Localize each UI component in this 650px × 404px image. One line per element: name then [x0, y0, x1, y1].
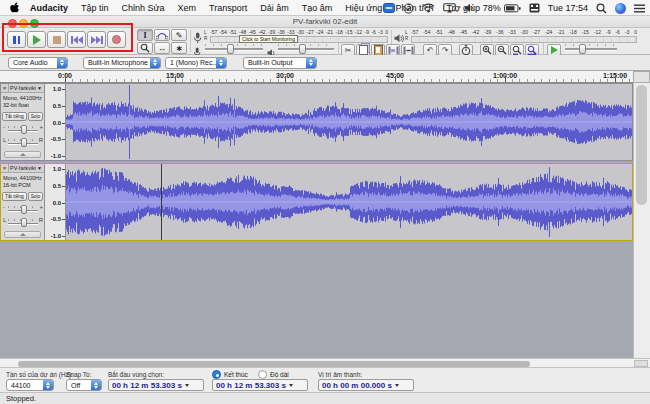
- wifi-icon[interactable]: [422, 3, 435, 13]
- apple-icon[interactable]: [9, 2, 20, 14]
- vertical-scrollbar-thumb[interactable]: [636, 85, 647, 205]
- track2-waveform-area[interactable]: [66, 164, 632, 240]
- selection-end-value: 00 h 12 m 53.303 s: [216, 381, 286, 390]
- meter-tick: -18: [336, 30, 343, 35]
- track1-pan-slider[interactable]: L R: [3, 137, 43, 148]
- vertical-scrollbar[interactable]: [633, 83, 650, 358]
- pan-left-label: L: [3, 137, 6, 143]
- draw-tool-button[interactable]: ✎: [171, 29, 187, 41]
- snap-to-select[interactable]: Off: [66, 379, 102, 391]
- stop-button[interactable]: [47, 31, 66, 48]
- selection-length-radio[interactable]: Độ dài: [258, 370, 289, 379]
- meter-tick: -54: [220, 30, 227, 35]
- recording-meter[interactable]: LR -57-54-51-48-45-42-39-36-33-30-27-24-…: [193, 30, 389, 43]
- menu-item-7[interactable]: Tạo âm: [302, 3, 333, 13]
- playback-volume-slider[interactable]: [278, 43, 334, 54]
- field-dropdown-icon[interactable]: [395, 384, 399, 387]
- menu-item-3[interactable]: Chỉnh Sửa: [122, 3, 165, 13]
- track1-menu-button[interactable]: ▼: [37, 85, 44, 91]
- battery-percent: 78%: [483, 3, 501, 13]
- selection-tool-button[interactable]: I: [137, 29, 153, 41]
- track1-control-panel[interactable]: × PV-farkviki 0 ▼ Mono, 44100Hz 32-bit f…: [1, 84, 45, 160]
- track2-close-button[interactable]: ×: [1, 164, 9, 172]
- recording-volume-slider[interactable]: [205, 43, 263, 54]
- stopwatch-icon: [461, 45, 471, 56]
- menu-item-5[interactable]: Transport: [209, 3, 247, 13]
- selection-start-field[interactable]: 00 h 12 m 53.303 s: [108, 379, 204, 391]
- track-row-1[interactable]: × PV-farkviki 0 ▼ Mono, 44100Hz 32-bit f…: [0, 83, 633, 161]
- track1-title[interactable]: PV-farkviki 0: [9, 85, 37, 91]
- skip-to-end-button[interactable]: [87, 31, 106, 48]
- track2-pan-slider[interactable]: L R: [3, 217, 43, 228]
- play-button[interactable]: [27, 31, 46, 48]
- track1-collapse-button[interactable]: [4, 151, 41, 158]
- track2-waveform[interactable]: [66, 164, 632, 240]
- selection-end-field[interactable]: 00 h 12 m 53.303 s: [212, 379, 308, 391]
- multi-tool-button[interactable]: ∗: [171, 42, 187, 54]
- track1-mute-button[interactable]: Tắt tiếng: [2, 112, 27, 121]
- track1-waveform[interactable]: [66, 84, 632, 160]
- audio-host-select[interactable]: Core Audio: [8, 57, 68, 69]
- skip-to-start-button[interactable]: [67, 31, 86, 48]
- menu-item-8[interactable]: Hiệu ứng: [345, 3, 382, 13]
- track1-header[interactable]: × PV-farkviki 0 ▼: [1, 84, 44, 93]
- copy-icon: [359, 45, 368, 55]
- menu-item-4[interactable]: Xem: [178, 3, 197, 13]
- timeline-ruler[interactable]: 0:0015:0030:0045:001:00:001:15:00: [0, 71, 633, 83]
- track2-header[interactable]: × PV-farkviki 0 ▼: [1, 164, 44, 173]
- playback-device-select[interactable]: Built-in Output: [243, 57, 317, 69]
- ibeam-icon: I: [143, 31, 146, 40]
- recording-device-select[interactable]: Built-in Microphone: [83, 57, 161, 69]
- menu-item-6[interactable]: Dải âm: [260, 3, 289, 13]
- project-rate-select[interactable]: 44100: [6, 379, 54, 391]
- envelope-tool-button[interactable]: [154, 29, 170, 41]
- track1-gain-slider[interactable]: - +: [3, 124, 43, 135]
- track2-mute-button[interactable]: Tắt tiếng: [2, 192, 27, 201]
- volume-icon[interactable]: [464, 3, 475, 13]
- audio-position-field[interactable]: 00 h 00 m 00.000 s: [318, 379, 414, 391]
- display-mirroring-icon[interactable]: [443, 3, 456, 13]
- zoom-tool-button[interactable]: [137, 42, 153, 54]
- track1-waveform-area[interactable]: [66, 84, 632, 160]
- track1-vertical-ruler: 1.00.50.0-0.5-1.0: [45, 84, 66, 160]
- track2-control-panel[interactable]: × PV-farkviki 0 ▼ Mono, 44100Hz 16-bit P…: [1, 164, 45, 240]
- length-radio-label: Độ dài: [270, 371, 289, 378]
- recording-channels-select[interactable]: 1 (Mono) Rec...: [165, 57, 227, 69]
- field-dropdown-icon[interactable]: [289, 384, 293, 387]
- timeshift-tool-button[interactable]: ↔: [154, 42, 170, 54]
- pause-button[interactable]: [7, 31, 26, 48]
- menu-item-2[interactable]: Tập tin: [81, 3, 109, 13]
- track2-title[interactable]: PV-farkviki 0: [9, 165, 37, 171]
- track2-gain-slider[interactable]: - +: [3, 204, 43, 215]
- horizontal-scrollbar[interactable]: [0, 358, 650, 368]
- selection-end-radio[interactable]: Kết thúc: [212, 370, 248, 379]
- check-circle-icon[interactable]: [403, 3, 414, 14]
- track2-menu-button[interactable]: ▼: [37, 165, 44, 171]
- skip-to-end-icon: [91, 36, 103, 44]
- siri-icon[interactable]: [615, 3, 626, 14]
- app-menu-icon[interactable]: [383, 3, 395, 13]
- track2-solo-button[interactable]: Solo: [28, 192, 44, 201]
- horizontal-scrollbar-thumb[interactable]: [18, 361, 530, 367]
- track1-close-button[interactable]: ×: [1, 84, 9, 92]
- battery-indicator[interactable]: 78%: [483, 3, 521, 13]
- field-dropdown-icon[interactable]: [185, 384, 189, 387]
- silence-icon: [403, 46, 414, 55]
- spotlight-search-icon[interactable]: [596, 3, 607, 14]
- audio-host-value: Core Audio: [13, 59, 48, 66]
- track2-collapse-button[interactable]: [4, 231, 41, 238]
- menu-item-1[interactable]: Audacity: [30, 3, 68, 13]
- notification-center-icon[interactable]: [634, 4, 645, 13]
- keyboard-input-icon[interactable]: [529, 3, 540, 13]
- meter-tick: -21: [557, 30, 564, 35]
- battery-icon: [504, 4, 521, 13]
- record-button[interactable]: [107, 31, 126, 48]
- menu-clock[interactable]: Tue 17:54: [548, 3, 588, 13]
- track1-solo-button[interactable]: Solo: [28, 112, 44, 121]
- track-row-2[interactable]: × PV-farkviki 0 ▼ Mono, 44100Hz 16-bit P…: [0, 163, 633, 241]
- playback-speed-slider[interactable]: [565, 43, 617, 54]
- track2-vertical-ruler: 1.00.50.0-0.5-1.0: [45, 164, 66, 240]
- meter-tick: -24: [316, 30, 323, 35]
- playback-meter[interactable]: LR -57-54-51-48-45-42-39-36-33-30-27-24-…: [394, 30, 638, 43]
- monitoring-hint[interactable]: Click to Start Monitoring: [239, 35, 298, 43]
